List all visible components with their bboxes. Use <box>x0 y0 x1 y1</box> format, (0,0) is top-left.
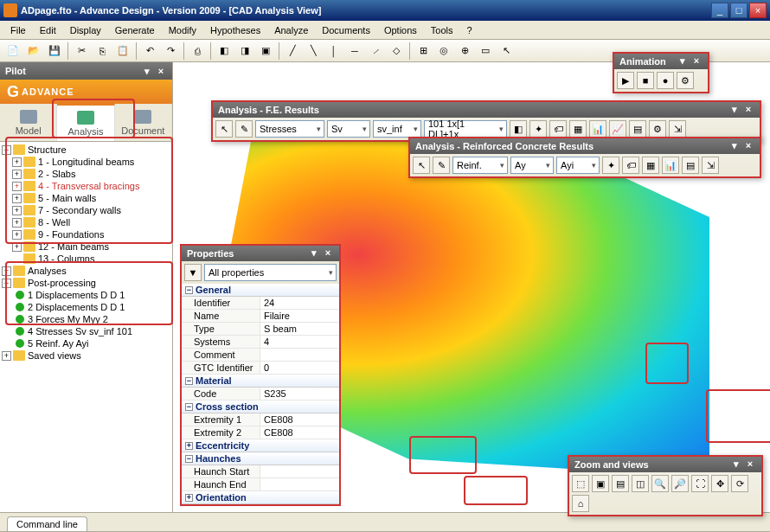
redo-icon[interactable]: ↷ <box>161 42 180 61</box>
chart-icon[interactable]: 📊 <box>662 157 679 174</box>
new-icon[interactable]: 📄 <box>3 42 22 61</box>
snap-icon[interactable]: ⊕ <box>455 42 474 61</box>
anim-record-icon[interactable]: ● <box>657 72 674 89</box>
chevron-down-icon[interactable]: ▾ <box>677 55 689 67</box>
snap-icon[interactable]: ◎ <box>434 42 453 61</box>
prop-name[interactable]: Filaire <box>260 310 339 322</box>
rotate-icon[interactable]: ⟳ <box>731 475 748 492</box>
menu-documents[interactable]: Documents <box>315 23 377 37</box>
reinf-type-combo[interactable]: Reinf. <box>452 157 508 174</box>
close-icon[interactable]: × <box>744 458 756 471</box>
table-icon[interactable]: ▤ <box>629 120 646 138</box>
prop-gtc[interactable]: 0 <box>260 362 339 374</box>
anim-stop-icon[interactable]: ■ <box>637 72 654 89</box>
tree-pp-item[interactable]: 4 Stresses Sv sv_inf 101 <box>0 325 172 337</box>
line-icon[interactable]: ╱ <box>283 42 302 61</box>
reinf-loc-combo[interactable]: Ayi <box>556 157 600 174</box>
pan-icon[interactable]: ✥ <box>711 475 728 492</box>
table-icon[interactable]: ▤ <box>682 157 699 174</box>
anim-settings-icon[interactable]: ⚙ <box>677 72 694 89</box>
line-icon[interactable]: ⟋ <box>366 42 385 61</box>
close-icon[interactable]: × <box>742 140 754 152</box>
chevron-down-icon[interactable]: ▾ <box>728 104 741 116</box>
view-iso-icon[interactable]: ⬚ <box>572 475 589 492</box>
menu-file[interactable]: File <box>3 23 33 37</box>
prop-group-orient[interactable]: +Orientation <box>182 491 339 504</box>
menu-options[interactable]: Options <box>377 23 424 37</box>
chevron-down-icon[interactable]: ▾ <box>141 65 153 77</box>
prop-group-haunch[interactable]: −Haunches <box>182 452 339 465</box>
close-icon[interactable]: × <box>690 55 703 67</box>
line-icon[interactable]: │ <box>324 42 343 61</box>
prop-group-general[interactable]: −General <box>182 284 339 297</box>
loadcase-combo[interactable]: 101 1x[1 DL]+1x <box>424 120 507 138</box>
paste-icon[interactable]: 📋 <box>113 42 132 61</box>
color-icon[interactable]: ▦ <box>642 157 659 174</box>
cursor-icon[interactable]: ↖ <box>413 157 430 174</box>
zoom-in-icon[interactable]: 🔍 <box>651 475 669 492</box>
chevron-down-icon[interactable]: ▾ <box>728 140 741 152</box>
zoom-fit-icon[interactable]: ⛶ <box>691 475 709 492</box>
prop-group-material[interactable]: −Material <box>182 375 339 388</box>
cursor-icon[interactable]: ↖ <box>215 120 233 138</box>
close-icon[interactable]: × <box>155 65 167 77</box>
line-icon[interactable]: ╲ <box>304 42 323 61</box>
btn-icon[interactable]: ◧ <box>510 120 527 138</box>
view-top-icon[interactable]: ▤ <box>612 475 629 492</box>
zoom-out-icon[interactable]: 🔎 <box>671 475 689 492</box>
chart-icon[interactable]: 📊 <box>589 120 606 138</box>
print-icon[interactable]: ⎙ <box>188 42 207 61</box>
tree-saved-views[interactable]: +Saved views <box>0 349 172 362</box>
save-icon[interactable]: 💾 <box>45 42 64 61</box>
line-icon[interactable]: ◇ <box>387 42 406 61</box>
chart-icon[interactable]: 📈 <box>609 120 626 138</box>
menu-analyze[interactable]: Analyze <box>267 23 315 37</box>
menu-display[interactable]: Display <box>63 23 108 37</box>
view-front-icon[interactable]: ▣ <box>592 475 609 492</box>
prop-type[interactable]: S beam <box>260 323 339 335</box>
chevron-down-icon[interactable]: ▾ <box>730 458 742 471</box>
properties-filter-combo[interactable]: All properties <box>204 264 337 281</box>
wand-icon[interactable]: ✦ <box>602 157 619 174</box>
prop-code[interactable]: S235 <box>260 388 339 400</box>
menu-modify[interactable]: Modify <box>162 23 203 37</box>
settings-icon[interactable]: ⚙ <box>649 120 666 138</box>
prop-identifier[interactable]: 24 <box>260 297 339 309</box>
prop-ext1[interactable]: CE808 <box>260 413 339 426</box>
maximize-button[interactable]: □ <box>730 3 748 18</box>
tool-icon[interactable]: ▣ <box>256 42 275 61</box>
tab-model[interactable]: Model <box>0 104 57 141</box>
line-icon[interactable]: ─ <box>345 42 364 61</box>
view-save-icon[interactable]: ⌂ <box>572 495 589 512</box>
tag-icon[interactable]: 🏷 <box>622 157 639 174</box>
view-side-icon[interactable]: ◫ <box>632 475 649 492</box>
tool-icon[interactable]: ◨ <box>235 42 254 61</box>
cursor-icon[interactable]: ↖ <box>497 42 516 61</box>
open-icon[interactable]: 📂 <box>24 42 43 61</box>
prop-haunch-start[interactable] <box>260 465 339 478</box>
prop-comment[interactable] <box>260 349 339 361</box>
close-icon[interactable]: × <box>742 104 754 116</box>
export-icon[interactable]: ⇲ <box>702 157 719 174</box>
snap-icon[interactable]: ⊞ <box>414 42 433 61</box>
reinf-comp-combo[interactable]: Ay <box>510 157 554 174</box>
prop-haunch-end[interactable] <box>260 478 339 490</box>
tab-command-line[interactable]: Command line <box>7 516 87 531</box>
component-combo[interactable]: Sv <box>327 120 370 138</box>
filter-icon[interactable]: ▼ <box>184 264 202 281</box>
anim-play-icon[interactable]: ▶ <box>617 72 634 89</box>
color-icon[interactable]: ▦ <box>569 120 587 138</box>
location-combo[interactable]: sv_inf <box>373 120 421 138</box>
menu-help[interactable]: ? <box>460 23 479 37</box>
tag-icon[interactable]: 🏷 <box>549 120 567 138</box>
prop-ext2[interactable]: CE808 <box>260 426 339 439</box>
undo-icon[interactable]: ↶ <box>140 42 159 61</box>
chevron-down-icon[interactable]: ▾ <box>308 247 320 260</box>
menu-hypotheses[interactable]: Hypotheses <box>203 23 267 37</box>
close-button[interactable]: × <box>749 3 767 18</box>
cut-icon[interactable]: ✂ <box>72 42 91 61</box>
export-icon[interactable]: ⇲ <box>669 120 686 138</box>
menu-generate[interactable]: Generate <box>108 23 162 37</box>
prop-systems[interactable]: 4 <box>260 336 339 348</box>
wand-icon[interactable]: ✦ <box>529 120 547 138</box>
